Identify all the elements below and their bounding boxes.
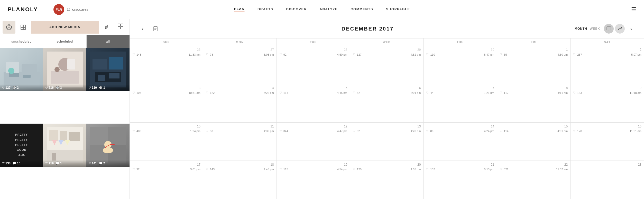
- calendar-cell[interactable]: 2♡2575:07 pm: [571, 46, 644, 84]
- room-illustration-5: [47, 127, 83, 163]
- profile-tool-btn[interactable]: [3, 21, 15, 34]
- hashtag-button[interactable]: #: [100, 21, 113, 34]
- cal-time: 1:24 pm: [190, 130, 200, 133]
- cal-time: 4:45 pm: [264, 168, 274, 171]
- calendar-cell[interactable]: 11♡534:39 pm: [203, 123, 277, 161]
- room-illustration-3: [90, 52, 126, 87]
- calendar-cell[interactable]: 5♡1144:45 pm: [277, 84, 350, 122]
- cal-post-row: ♡534:39 pm: [206, 130, 274, 133]
- cal-time: 4:45 pm: [337, 91, 347, 94]
- calendar-cell[interactable]: 4♡1224:25 pm: [203, 84, 277, 122]
- media-item[interactable]: ♡ 110 💬 1: [86, 48, 130, 91]
- list-view-button[interactable]: [150, 24, 161, 34]
- calendar-cell[interactable]: 8♡1124:11 pm: [497, 84, 571, 122]
- calendar-cell[interactable]: 30♡1108:47 pm: [424, 46, 497, 84]
- calendar-cell[interactable]: 29♡1274:52 pm: [350, 46, 424, 84]
- cal-likes: 403: [136, 130, 141, 133]
- day-number: 2: [573, 48, 641, 52]
- day-number: 3: [132, 86, 200, 90]
- calendar-cell[interactable]: 3♡10410:31 am: [130, 84, 203, 122]
- cal-post-row: ♡1144:45 pm: [279, 91, 347, 94]
- nav-discover[interactable]: DISCOVER: [286, 7, 307, 12]
- day-number: 9: [573, 86, 641, 90]
- comment-icon: 💬: [56, 86, 59, 89]
- day-number: 1: [500, 48, 568, 52]
- calendar-cell[interactable]: 18♡1434:45 pm: [203, 161, 277, 199]
- calendar-header: ‹ DECEMBER 2017 MONTH WEEK: [130, 19, 644, 38]
- calendar-cell[interactable]: 22♡32111:07 am: [497, 161, 571, 199]
- day-number: 7: [426, 86, 494, 90]
- cal-time: 5:03 pm: [264, 53, 274, 56]
- media-item[interactable]: ♡ 216 💬 3: [43, 48, 86, 91]
- calendar-cell[interactable]: 23: [571, 161, 644, 199]
- calendar-cell[interactable]: 19♡1154:54 pm: [277, 161, 350, 199]
- calendar-cell[interactable]: 15♡1144:01 pm: [497, 123, 571, 161]
- calendar-cell[interactable]: 20♡1204:55 pm: [350, 161, 424, 199]
- heart-icon: ♡: [500, 130, 502, 133]
- nav-drafts[interactable]: DRAFTS: [257, 7, 273, 12]
- week-view-btn[interactable]: WEEK: [590, 27, 600, 31]
- cal-time: 11:18 am: [630, 91, 641, 94]
- tab-all[interactable]: all: [87, 35, 130, 48]
- calendar-cell[interactable]: 17♡923:01 pm: [130, 161, 203, 199]
- tab-unscheduled[interactable]: unscheduled: [0, 35, 43, 48]
- svg-rect-30: [69, 132, 80, 141]
- cal-time: 4:52 pm: [411, 53, 421, 56]
- day-number: 13: [353, 125, 421, 128]
- heart-icon: ♡: [45, 86, 48, 89]
- next-month-button[interactable]: ›: [626, 24, 636, 34]
- media-item[interactable]: ♡ 127 💬 2: [0, 48, 43, 91]
- cal-post-row: ♡923:01 pm: [132, 168, 200, 171]
- hamburger-menu[interactable]: ☰: [631, 6, 636, 13]
- calendar-cell[interactable]: 13♡824:20 pm: [350, 123, 424, 161]
- cal-likes: 65: [504, 53, 507, 56]
- media-item[interactable]: ♡ 141 💬 2: [86, 124, 130, 167]
- analytics-view-btn[interactable]: [615, 24, 625, 34]
- nav-analyze[interactable]: ANALYZE: [320, 7, 338, 12]
- day-number: 18: [206, 163, 274, 166]
- heart-icon: ♡: [132, 53, 135, 56]
- calendar-cell[interactable]: 14♡864:24 pm: [424, 123, 497, 161]
- sidebar-tabs: unscheduled scheduled all: [0, 35, 130, 48]
- media-item[interactable]: PRETTYPRETTYPRETTYGOOD-L.D. ♡ 133 💬 10: [0, 124, 43, 167]
- calendar-cell[interactable]: 10♡4031:24 pm: [130, 123, 203, 161]
- cal-likes: 127: [357, 53, 362, 56]
- calendar-cell[interactable]: 7♡441:21 pm: [424, 84, 497, 122]
- grid-layout-btn[interactable]: [17, 21, 30, 34]
- add-media-button[interactable]: ADD NEW MEDIA: [31, 21, 99, 34]
- calendar-cell[interactable]: 28♡924:50 pm: [277, 46, 350, 84]
- calendar-cell[interactable]: 12♡3444:47 pm: [277, 123, 350, 161]
- chat-view-btn[interactable]: [604, 24, 614, 34]
- media-overlay-1: ♡ 127 💬 2: [0, 84, 43, 91]
- nav-comments[interactable]: COMMENTS: [351, 7, 373, 12]
- day-number: 19: [279, 163, 347, 166]
- nav-shoppable[interactable]: SHOPPABLE: [386, 7, 410, 12]
- cal-likes: 257: [577, 53, 582, 56]
- sidebar-toolbar: ADD NEW MEDIA #: [0, 19, 130, 35]
- calendar-cell[interactable]: 21♡1075:13 pm: [424, 161, 497, 199]
- prev-month-button[interactable]: ‹: [137, 24, 148, 34]
- calendar-cell[interactable]: 6♡825:01 pm: [350, 84, 424, 122]
- view-toggle-button[interactable]: [114, 21, 127, 34]
- day-number: 26: [132, 48, 200, 52]
- likes-stat-6: ♡ 141: [88, 162, 97, 165]
- month-view-btn[interactable]: MONTH: [575, 27, 587, 31]
- cal-time: 4:50 pm: [337, 53, 347, 56]
- nav-plan[interactable]: PLAN: [234, 7, 245, 12]
- calendar-cell[interactable]: 16♡17811:01 am: [571, 123, 644, 161]
- chat-icon: [606, 26, 611, 31]
- calendar-cell[interactable]: 1♡654:50 pm: [497, 46, 571, 84]
- heart-icon: ♡: [426, 130, 429, 133]
- media-overlay-4: ♡ 133 💬 10: [0, 160, 43, 167]
- text-post-content: PRETTYPRETTYPRETTYGOOD-L.D.: [15, 132, 28, 158]
- day-header-wed: WED: [350, 38, 424, 46]
- calendar-cell[interactable]: 9♡13311:18 am: [571, 84, 644, 122]
- comments-stat-3: 💬 1: [99, 86, 105, 89]
- calendar-cell[interactable]: 26♡14311:33 am: [130, 46, 203, 84]
- tab-scheduled[interactable]: scheduled: [43, 35, 86, 48]
- calendar-cell[interactable]: 27♡785:03 pm: [203, 46, 277, 84]
- cal-time: 4:39 pm: [264, 130, 274, 133]
- avatar[interactable]: FLR: [53, 4, 64, 15]
- heart-icon: ♡: [279, 130, 282, 133]
- media-item[interactable]: ♡ 119 💬 1: [43, 124, 86, 167]
